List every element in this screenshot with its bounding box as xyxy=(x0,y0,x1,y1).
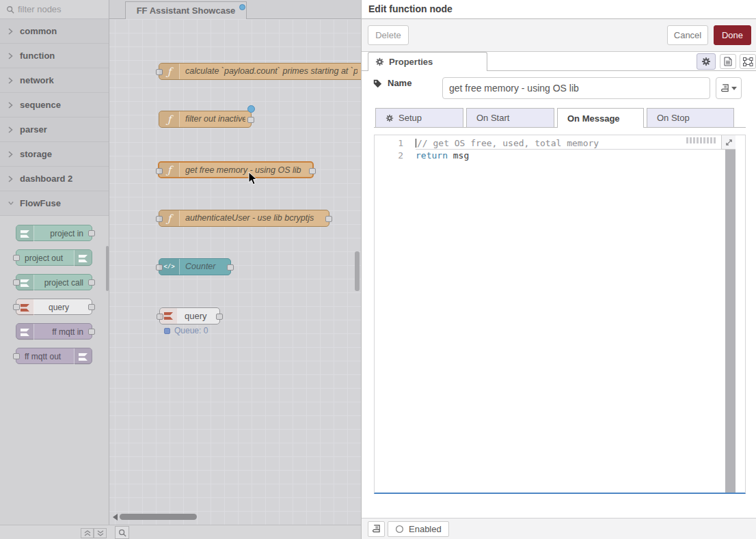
status-text: Queue: 0 xyxy=(174,326,208,335)
input-port[interactable] xyxy=(13,353,20,359)
done-button[interactable]: Done xyxy=(714,25,751,45)
tab-label: On Start xyxy=(476,113,509,123)
node-label: authenticateUser - use lib bcryptjs xyxy=(185,210,323,226)
cancel-button[interactable]: Cancel xyxy=(667,25,708,45)
palette-node-label: ff mqtt in xyxy=(16,324,92,340)
function-node-icon: ƒ xyxy=(159,64,180,79)
chevron-right-icon xyxy=(8,77,14,84)
chevron-right-icon xyxy=(8,151,14,158)
input-port[interactable] xyxy=(13,255,20,261)
expand-editor-button[interactable] xyxy=(721,135,735,150)
output-port[interactable] xyxy=(247,117,254,123)
horizontal-scrollbar[interactable] xyxy=(120,514,197,520)
output-port[interactable] xyxy=(88,230,95,236)
code-line-1: // get OS free, used, total memory xyxy=(416,137,733,150)
tab-on-message[interactable]: On Message xyxy=(557,108,644,128)
chevron-down-icon xyxy=(8,201,14,206)
palette-node-label: project out xyxy=(16,250,92,266)
palette-node-label: ff mqtt out xyxy=(16,348,92,365)
palette-node-project-call[interactable]: project call xyxy=(16,274,92,290)
output-port[interactable] xyxy=(88,329,95,335)
palette-node-ff-mqtt-in[interactable]: ff mqtt in xyxy=(16,323,92,340)
canvas-search-button[interactable] xyxy=(115,526,129,539)
node-counter[interactable]: </> Counter xyxy=(159,258,231,275)
library-footer-button[interactable] xyxy=(368,521,385,537)
palette-node-project-out[interactable]: project out xyxy=(16,249,92,266)
tray-footer: Enabled xyxy=(362,518,756,539)
input-port[interactable] xyxy=(13,304,20,310)
node-red-app: common function network sequence parser … xyxy=(0,0,756,539)
vertical-scrollbar[interactable] xyxy=(355,251,360,291)
palette-category-network[interactable]: network xyxy=(0,68,109,93)
node-label: get free memory - using OS lib xyxy=(185,163,307,178)
editor-scrollbar[interactable] xyxy=(725,150,735,493)
properties-icon-button[interactable] xyxy=(697,53,716,70)
node-authenticate-user[interactable]: ƒ authenticateUser - use lib bcryptjs xyxy=(159,210,329,227)
code-node-icon: </> xyxy=(159,259,180,275)
tray-title: Edit function node xyxy=(362,0,756,19)
output-port[interactable] xyxy=(216,314,223,320)
output-port[interactable] xyxy=(325,216,332,222)
palette-category-parser[interactable]: parser xyxy=(0,118,109,142)
output-port[interactable] xyxy=(227,264,234,271)
palette-category-storage[interactable]: storage xyxy=(0,142,109,167)
category-label: common xyxy=(20,26,57,36)
line-number: 1 xyxy=(383,138,403,148)
code-text: msg xyxy=(448,150,469,161)
tab-on-stop[interactable]: On Stop xyxy=(647,108,734,128)
node-label: calculate `payload.count` primes startin… xyxy=(185,64,357,79)
palette-node-ff-mqtt-out[interactable]: ff mqtt out xyxy=(16,348,92,364)
collapse-all-button[interactable] xyxy=(81,528,94,538)
palette-filter-input[interactable] xyxy=(18,4,100,14)
scroll-left-arrow-icon[interactable] xyxy=(113,514,118,521)
expand-all-button[interactable] xyxy=(94,528,107,538)
palette-node-project-in[interactable]: project in xyxy=(16,225,92,241)
palette-category-common[interactable]: common xyxy=(0,19,109,44)
appearance-icon-button[interactable] xyxy=(740,54,756,69)
flow-tab[interactable]: FF Assistant Showcase xyxy=(125,1,247,19)
document-icon xyxy=(724,57,732,66)
tab-on-start[interactable]: On Start xyxy=(466,108,554,128)
palette-footer xyxy=(0,525,109,539)
function-node-icon: ƒ xyxy=(159,163,180,177)
node-calculate-primes[interactable]: ƒ calculate `payload.count` primes start… xyxy=(159,63,361,80)
chevron-right-icon xyxy=(8,176,14,182)
output-port[interactable] xyxy=(88,304,95,310)
node-filter-out-inactive[interactable]: ƒ filter out inactive xyxy=(159,111,252,128)
status-dot-icon xyxy=(164,328,170,334)
flow-canvas[interactable]: FF Assistant Showcase ƒ calculate `paylo… xyxy=(109,0,361,539)
description-icon-button[interactable] xyxy=(720,54,736,69)
gear-icon xyxy=(375,57,384,66)
palette-category-function[interactable]: function xyxy=(0,44,109,68)
search-icon xyxy=(6,5,14,14)
library-button[interactable] xyxy=(716,77,742,99)
delete-button[interactable]: Delete xyxy=(368,25,409,45)
node-query[interactable]: query xyxy=(159,307,220,324)
circle-icon xyxy=(395,525,404,534)
palette-category-flowfuse[interactable]: FlowFuse xyxy=(0,191,109,216)
code-comment: // get OS free, used, total memory xyxy=(417,138,599,148)
category-label: storage xyxy=(20,149,52,159)
tab-label: On Stop xyxy=(657,113,690,123)
node-get-free-memory[interactable]: ƒ get free memory - using OS lib xyxy=(158,161,314,178)
input-port[interactable] xyxy=(13,279,20,286)
enabled-toggle-button[interactable]: Enabled xyxy=(388,521,449,537)
name-input[interactable] xyxy=(442,77,710,99)
palette-category-sequence[interactable]: sequence xyxy=(0,93,109,118)
flow-tab-label: FF Assistant Showcase xyxy=(137,5,236,16)
palette-category-dashboard2[interactable]: dashboard 2 xyxy=(0,167,109,191)
output-port[interactable] xyxy=(309,168,316,174)
tab-properties[interactable]: Properties xyxy=(368,52,487,71)
tab-label: On Message xyxy=(567,113,620,124)
chevron-right-icon xyxy=(8,53,14,59)
palette-scrollbar[interactable] xyxy=(106,246,109,291)
palette-filter[interactable] xyxy=(0,0,109,19)
palette-node-query[interactable]: query xyxy=(16,299,92,315)
code-editor[interactable]: 1 2 // get OS free, used, total memory r… xyxy=(374,135,746,494)
chevron-right-icon xyxy=(8,28,14,35)
editor-gutter: 1 2 xyxy=(375,135,413,493)
output-port[interactable] xyxy=(88,279,95,286)
node-label: filter out inactive xyxy=(185,111,245,127)
tab-properties-label: Properties xyxy=(389,57,433,67)
tab-setup[interactable]: Setup xyxy=(375,108,463,128)
